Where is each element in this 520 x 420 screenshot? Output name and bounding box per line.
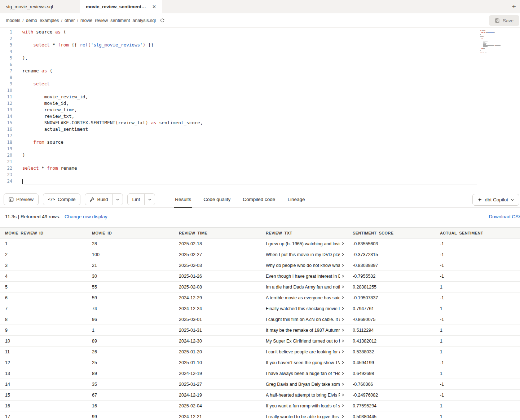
column-header-actual_sentiment[interactable]: ACTUAL_SENTIMENT	[435, 228, 520, 238]
build-split-button: Build	[85, 193, 123, 205]
table-cell: 2025-01-10	[174, 357, 261, 368]
code-editor[interactable]: 1with source as (23 select * from {{ ref…	[0, 28, 520, 191]
code-line[interactable]: 12 movie_id,	[0, 100, 477, 107]
compile-button[interactable]: </> Compile	[43, 193, 80, 205]
code-line[interactable]: 5),	[0, 55, 477, 61]
expand-review-icon[interactable]	[341, 253, 345, 256]
column-header-movie_review_id[interactable]: MOVIE_REVIEW_ID	[0, 228, 87, 238]
save-icon	[495, 18, 500, 23]
code-line[interactable]: 22select * from rename	[0, 165, 477, 171]
review-txt-cell: Even though I have great interest in Bi…	[261, 271, 348, 282]
breadcrumb-segment[interactable]: demo_examples	[26, 18, 59, 23]
column-header-sentiment_score[interactable]: SENTIMENT_SCORE	[348, 228, 435, 238]
review-txt-cell: If you haven't seen the gong show TV s…	[261, 357, 348, 368]
expand-review-icon[interactable]	[341, 263, 345, 267]
code-line[interactable]: 11 movie_review_id,	[0, 94, 477, 100]
code-line[interactable]: 13 review_time,	[0, 107, 477, 113]
lint-dropdown-button[interactable]	[144, 194, 155, 205]
close-tab-icon[interactable]: ✕	[152, 4, 156, 9]
expand-review-icon[interactable]	[341, 361, 345, 365]
file-tab-movie-review-sentiment[interactable]: movie_review_sentiment_… ✕	[80, 0, 162, 13]
line-number: 11	[0, 94, 17, 100]
column-header-review_time[interactable]: REVIEW_TIME	[174, 228, 261, 238]
code-text: SNOWFLAKE.CORTEX.SENTIMENT(review_txt) a…	[22, 120, 477, 126]
expand-review-icon[interactable]	[341, 328, 345, 332]
build-dropdown-button[interactable]	[112, 194, 123, 205]
expand-review-icon[interactable]	[341, 317, 345, 321]
code-line[interactable]: 4	[0, 48, 477, 55]
tab-code-quality[interactable]: Code quality	[197, 191, 237, 207]
code-line[interactable]: 2	[0, 35, 477, 42]
editor-minimap[interactable]	[480, 30, 511, 56]
build-button[interactable]: Build	[85, 194, 112, 205]
breadcrumb-segment[interactable]: other	[65, 18, 75, 23]
review-text: A half-hearted attempt to bring Elvis P…	[266, 393, 340, 398]
compile-code-icon: </>	[48, 197, 55, 202]
tab-lineage[interactable]: Lineage	[281, 191, 311, 207]
column-header-movie_id[interactable]: MOVIE_ID	[87, 228, 174, 238]
code-line[interactable]: 6	[0, 61, 477, 68]
breadcrumb-segment[interactable]: movie_review_sentiment_analysis.sql	[80, 18, 156, 23]
line-number: 1	[0, 29, 17, 35]
line-number: 9	[0, 81, 17, 87]
preview-button[interactable]: Preview	[4, 193, 39, 205]
save-button[interactable]: Save	[489, 15, 519, 26]
table-cell: 59	[87, 292, 174, 303]
table-cell: 0.77595294	[348, 401, 435, 411]
code-line[interactable]: 1with source as (	[0, 29, 477, 35]
code-line[interactable]: 10	[0, 87, 477, 94]
expand-review-icon[interactable]	[341, 285, 345, 289]
code-line[interactable]: 9 select	[0, 81, 477, 87]
table-cell: -1	[435, 292, 520, 303]
code-line[interactable]: 18 from source	[0, 139, 477, 146]
expand-review-icon[interactable]	[341, 350, 345, 354]
table-cell: 2025-03-01	[174, 314, 261, 325]
lint-button[interactable]: Lint	[128, 194, 144, 205]
results-table-container: MOVIE_REVIEW_IDMOVIE_IDREVIEW_TIMEREVIEW…	[0, 227, 520, 420]
table-cell: 35	[87, 379, 174, 390]
code-line[interactable]: 3 select * from {{ ref('stg_movie_review…	[0, 42, 477, 48]
refresh-icon[interactable]	[159, 18, 165, 23]
tab-compiled-code[interactable]: Compiled code	[237, 191, 281, 207]
code-line[interactable]: 14 review_txt,	[0, 113, 477, 120]
expand-review-icon[interactable]	[341, 339, 345, 343]
code-line[interactable]: 15 SNOWFLAKE.CORTEX.SENTIMENT(review_txt…	[0, 120, 477, 126]
build-hammer-icon	[89, 197, 94, 202]
column-header-review_txt[interactable]: REVIEW_TXT	[261, 228, 348, 238]
code-line[interactable]: 21	[0, 158, 477, 165]
file-tab-stg-movie-reviews[interactable]: stg_movie_reviews.sql	[0, 0, 80, 13]
code-line[interactable]: 23	[0, 171, 477, 178]
table-row: 17992024-12-21I really wanted to be able…	[0, 411, 520, 420]
table-row: 14352025-01-27Greg Davis and Bryan Daly …	[0, 379, 520, 390]
table-row: 13892024-12-19I have always been a huge …	[0, 368, 520, 379]
expand-review-icon[interactable]	[341, 242, 345, 246]
change-row-display-link[interactable]: Change row display	[65, 214, 107, 219]
expand-review-icon[interactable]	[341, 274, 345, 278]
expand-review-icon[interactable]	[341, 404, 345, 408]
expand-review-icon[interactable]	[341, 296, 345, 300]
tab-results[interactable]: Results	[169, 191, 197, 207]
dbt-copilot-button[interactable]: dbt Copilot	[472, 194, 519, 206]
code-line[interactable]: 7rename as (	[0, 68, 477, 74]
expand-review-icon[interactable]	[341, 415, 345, 419]
new-tab-button[interactable]: +	[508, 0, 520, 13]
code-line[interactable]: 8	[0, 74, 477, 81]
code-line[interactable]: 17	[0, 133, 477, 139]
review-text: It may be the remake of 1987 Autumn'…	[266, 328, 340, 333]
breadcrumb-segment[interactable]: models	[6, 18, 20, 23]
code-line[interactable]: 16 actual_sentiment	[0, 126, 477, 133]
download-csv-link[interactable]: Download CSV	[489, 214, 520, 219]
line-number: 5	[0, 55, 17, 61]
code-line[interactable]: 24	[0, 178, 477, 184]
expand-review-icon[interactable]	[341, 393, 345, 397]
table-cell: 1	[435, 336, 520, 347]
code-line[interactable]: 19	[0, 146, 477, 152]
expand-review-icon[interactable]	[341, 371, 345, 375]
review-txt-cell: I have always been a huge fan of "Hom…	[261, 368, 348, 379]
table-cell: 0.5388032	[348, 347, 435, 357]
expand-review-icon[interactable]	[341, 382, 345, 386]
table-cell: -1	[435, 379, 520, 390]
expand-review-icon[interactable]	[341, 307, 345, 310]
code-line[interactable]: 20)	[0, 152, 477, 158]
table-cell: 26	[87, 347, 174, 357]
